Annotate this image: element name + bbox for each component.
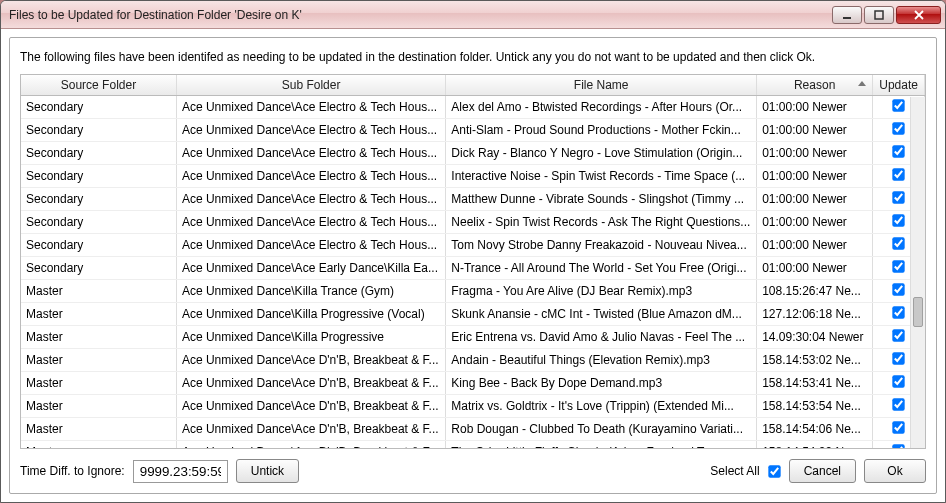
ok-button[interactable]: Ok	[864, 459, 926, 483]
dialog-footer: Time Diff. to Ignore: Untick Select All …	[20, 449, 926, 483]
table-row[interactable]: MasterAce Unmixed Dance\Ace D'n'B, Break…	[21, 418, 925, 441]
maximize-button[interactable]	[864, 6, 894, 24]
update-checkbox[interactable]	[892, 329, 904, 341]
cell-subfolder: Ace Unmixed Dance\Ace Electro & Tech Hou…	[176, 188, 445, 211]
cell-source: Secondary	[21, 234, 176, 257]
cell-filename: Matthew Dunne - Vibrate Sounds - Slingsh…	[446, 188, 757, 211]
cell-reason: 01:00:00 Newer	[757, 211, 873, 234]
select-all-checkbox[interactable]	[768, 465, 780, 477]
update-checkbox[interactable]	[892, 237, 904, 249]
update-checkbox[interactable]	[892, 214, 904, 226]
untick-button[interactable]: Untick	[236, 459, 299, 483]
svg-rect-0	[843, 17, 851, 19]
col-header-subfolder[interactable]: Sub Folder	[176, 75, 445, 96]
cell-filename: The Orb - Little Fluffy Clouds (Adam Fre…	[446, 441, 757, 450]
cell-reason: 01:00:00 Newer	[757, 257, 873, 280]
cell-source: Secondary	[21, 119, 176, 142]
cell-source: Master	[21, 418, 176, 441]
cell-reason: 01:00:00 Newer	[757, 142, 873, 165]
cell-source: Secondary	[21, 142, 176, 165]
table-row[interactable]: SecondaryAce Unmixed Dance\Ace Electro &…	[21, 142, 925, 165]
cell-reason: 158.14:54:06 Ne...	[757, 418, 873, 441]
cell-filename: Interactive Noise - Spin Twist Records -…	[446, 165, 757, 188]
table-row[interactable]: MasterAce Unmixed Dance\Ace D'n'B, Break…	[21, 395, 925, 418]
cell-filename: King Bee - Back By Dope Demand.mp3	[446, 372, 757, 395]
cell-subfolder: Ace Unmixed Dance\Ace D'n'B, Breakbeat &…	[176, 441, 445, 450]
cell-filename: Matrix vs. Goldtrix - It's Love (Trippin…	[446, 395, 757, 418]
table-row[interactable]: MasterAce Unmixed Dance\Killa Trance (Gy…	[21, 280, 925, 303]
close-button[interactable]	[896, 6, 941, 24]
table-row[interactable]: SecondaryAce Unmixed Dance\Ace Electro &…	[21, 119, 925, 142]
cell-reason: 01:00:00 Newer	[757, 188, 873, 211]
scrollbar-thumb[interactable]	[913, 297, 923, 327]
cell-subfolder: Ace Unmixed Dance\Ace Electro & Tech Hou…	[176, 211, 445, 234]
table-row[interactable]: SecondaryAce Unmixed Dance\Ace Electro &…	[21, 165, 925, 188]
cell-filename: Dick Ray - Blanco Y Negro - Love Stimula…	[446, 142, 757, 165]
instructions-text: The following files have been identifed …	[20, 50, 926, 64]
cell-filename: Alex del Amo - Btwisted Recordings - Aft…	[446, 96, 757, 119]
cell-filename: Anti-Slam - Proud Sound Productions - Mo…	[446, 119, 757, 142]
cell-reason: 158.14:53:02 Ne...	[757, 349, 873, 372]
cell-subfolder: Ace Unmixed Dance\Ace D'n'B, Breakbeat &…	[176, 395, 445, 418]
cell-filename: Rob Dougan - Clubbed To Death (Kurayamin…	[446, 418, 757, 441]
update-checkbox[interactable]	[892, 306, 904, 318]
update-checkbox[interactable]	[892, 122, 904, 134]
update-checkbox[interactable]	[892, 260, 904, 272]
table-row[interactable]: MasterAce Unmixed Dance\Killa Progressiv…	[21, 326, 925, 349]
sort-asc-icon	[858, 81, 866, 86]
file-table-container: Source Folder Sub Folder File Name Reaso…	[20, 74, 926, 449]
cell-source: Secondary	[21, 96, 176, 119]
col-header-update[interactable]: Update	[873, 75, 925, 96]
col-header-filename[interactable]: File Name	[446, 75, 757, 96]
update-checkbox[interactable]	[892, 145, 904, 157]
minimize-button[interactable]	[832, 6, 862, 24]
cell-filename: Tom Novy Strobe Danny Freakazoid - Nouve…	[446, 234, 757, 257]
update-checkbox[interactable]	[892, 191, 904, 203]
cell-source: Master	[21, 395, 176, 418]
cell-subfolder: Ace Unmixed Dance\Ace Electro & Tech Hou…	[176, 234, 445, 257]
cell-reason: 01:00:00 Newer	[757, 234, 873, 257]
table-row[interactable]: SecondaryAce Unmixed Dance\Ace Electro &…	[21, 234, 925, 257]
cell-filename: Eric Entrena vs. David Amo & Julio Navas…	[446, 326, 757, 349]
table-row[interactable]: MasterAce Unmixed Dance\Killa Progressiv…	[21, 303, 925, 326]
update-checkbox[interactable]	[892, 444, 904, 449]
cancel-button[interactable]: Cancel	[789, 459, 856, 483]
cell-reason: 108.15:26:47 Ne...	[757, 280, 873, 303]
update-checkbox[interactable]	[892, 168, 904, 180]
col-header-reason[interactable]: Reason	[757, 75, 873, 96]
cell-filename: Skunk Anansie - cMC Int - Twisted (Blue …	[446, 303, 757, 326]
update-checkbox[interactable]	[892, 283, 904, 295]
cell-source: Secondary	[21, 165, 176, 188]
table-row[interactable]: MasterAce Unmixed Dance\Ace D'n'B, Break…	[21, 372, 925, 395]
table-row[interactable]: SecondaryAce Unmixed Dance\Ace Electro &…	[21, 96, 925, 119]
cell-subfolder: Ace Unmixed Dance\Ace Electro & Tech Hou…	[176, 96, 445, 119]
update-checkbox[interactable]	[892, 99, 904, 111]
cell-subfolder: Ace Unmixed Dance\Ace Electro & Tech Hou…	[176, 119, 445, 142]
cell-filename: N-Trance - All Around The World - Set Yo…	[446, 257, 757, 280]
table-row[interactable]: SecondaryAce Unmixed Dance\Ace Electro &…	[21, 188, 925, 211]
table-row[interactable]: MasterAce Unmixed Dance\Ace D'n'B, Break…	[21, 349, 925, 372]
cell-source: Secondary	[21, 257, 176, 280]
titlebar-buttons	[832, 6, 941, 24]
update-checkbox[interactable]	[892, 398, 904, 410]
update-checkbox[interactable]	[892, 421, 904, 433]
titlebar[interactable]: Files to be Updated for Destination Fold…	[1, 1, 945, 29]
select-all-label: Select All	[710, 464, 759, 478]
table-row[interactable]: MasterAce Unmixed Dance\Ace D'n'B, Break…	[21, 441, 925, 450]
cell-source: Master	[21, 349, 176, 372]
window-title: Files to be Updated for Destination Fold…	[9, 8, 832, 22]
file-table: Source Folder Sub Folder File Name Reaso…	[21, 75, 925, 449]
cell-reason: 01:00:00 Newer	[757, 96, 873, 119]
col-header-source[interactable]: Source Folder	[21, 75, 176, 96]
table-row[interactable]: SecondaryAce Unmixed Dance\Ace Early Dan…	[21, 257, 925, 280]
time-diff-label: Time Diff. to Ignore:	[20, 464, 125, 478]
time-diff-input[interactable]	[133, 460, 228, 483]
update-checkbox[interactable]	[892, 352, 904, 364]
cell-filename: Neelix - Spin Twist Records - Ask The Ri…	[446, 211, 757, 234]
cell-subfolder: Ace Unmixed Dance\Ace Electro & Tech Hou…	[176, 142, 445, 165]
update-checkbox[interactable]	[892, 375, 904, 387]
table-row[interactable]: SecondaryAce Unmixed Dance\Ace Electro &…	[21, 211, 925, 234]
vertical-scrollbar[interactable]	[910, 97, 925, 448]
cell-reason: 158.14:53:41 Ne...	[757, 372, 873, 395]
dialog-window: Files to be Updated for Destination Fold…	[0, 0, 946, 503]
